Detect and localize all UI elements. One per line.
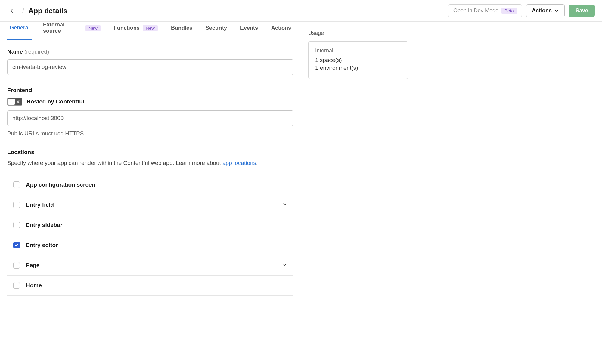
location-checkbox[interactable] [13,181,20,188]
frontend-label: Frontend [7,87,293,94]
location-checkbox[interactable] [13,222,20,228]
tab-events[interactable]: Events [238,22,260,40]
tab-security[interactable]: Security [203,22,229,40]
hosted-toggle[interactable]: ✕ [7,98,22,106]
new-badge: New [143,25,158,31]
main-column: General External source New Functions Ne… [0,22,301,364]
chevron-down-icon[interactable] [282,262,287,269]
open-dev-mode-button[interactable]: Open in Dev Mode Beta [448,4,522,17]
location-label: Home [26,282,287,289]
tab-external-source-label: External source [43,22,82,34]
new-badge: New [85,25,101,31]
app-locations-link[interactable]: app locations [222,160,256,166]
location-item: Page [7,255,293,276]
location-item: Entry editor [7,235,293,255]
tab-bundles[interactable]: Bundles [169,22,195,40]
arrow-left-icon [9,8,16,14]
dev-mode-label: Open in Dev Mode [453,8,498,14]
breadcrumb-slash: / [22,7,24,15]
beta-badge: Beta [501,8,517,14]
chevron-down-icon [554,8,559,13]
check-icon [14,243,19,247]
save-button[interactable]: Save [569,5,595,17]
usage-heading: Usage [308,30,408,36]
location-checkbox[interactable] [13,282,20,289]
locations-section: Locations Specify where your app can ren… [0,140,301,299]
header-left: / App details [7,5,67,16]
locations-desc-text: Specify where your app can render within… [7,160,222,166]
location-label: App configuration screen [26,181,287,188]
locations-label: Locations [7,149,293,156]
frontend-url-input[interactable] [7,110,293,126]
location-label: Entry sidebar [26,222,287,228]
locations-description: Specify where your app can render within… [7,160,293,166]
locations-desc-period: . [256,160,258,166]
header-right: Open in Dev Mode Beta Actions Save [448,4,595,17]
header-bar: / App details Open in Dev Mode Beta Acti… [0,0,602,22]
usage-card: Internal 1 space(s) 1 environment(s) [308,41,408,79]
location-label: Entry editor [26,242,287,248]
sidebar: Usage Internal 1 space(s) 1 environment(… [301,22,415,364]
location-checkbox[interactable] [13,262,20,269]
usage-internal-label: Internal [315,48,401,54]
location-checkbox[interactable] [13,202,20,208]
name-label-text: Name [7,48,23,55]
location-item: Home [7,276,293,296]
close-icon: ✕ [16,99,20,104]
usage-spaces-line: 1 space(s) [315,57,401,63]
locations-list: App configuration screenEntry fieldEntry… [7,175,293,296]
page-title: App details [28,7,67,15]
location-label: Entry field [26,202,276,208]
location-checkbox[interactable] [13,242,20,248]
tab-external-source[interactable]: External source New [41,22,103,40]
toggle-handle [8,99,15,105]
location-label: Page [26,262,276,269]
back-button[interactable] [7,5,18,16]
location-item: Entry sidebar [7,215,293,235]
name-label: Name (required) [7,48,293,55]
location-item: Entry field [7,195,293,215]
actions-dropdown-button[interactable]: Actions [526,4,565,17]
tab-actions[interactable]: Actions [269,22,293,40]
tab-functions-label: Functions [114,25,140,31]
frontend-section: Frontend ✕ Hosted by Contentful Public U… [0,79,301,140]
tab-general[interactable]: General [7,22,32,40]
chevron-down-icon[interactable] [282,202,287,208]
usage-environments-line: 1 environment(s) [315,65,401,71]
name-required-hint: (required) [24,48,49,55]
location-item: App configuration screen [7,175,293,195]
content-area: General External source New Functions Ne… [0,22,602,364]
name-section: Name (required) [0,40,301,79]
tab-functions[interactable]: Functions New [111,22,160,40]
tabs-bar: General External source New Functions Ne… [0,22,301,40]
url-helper-text: Public URLs must use HTTPS. [7,130,293,137]
name-input[interactable] [7,59,293,75]
actions-label: Actions [532,8,552,14]
hosted-label: Hosted by Contentful [26,98,84,105]
hosted-row: ✕ Hosted by Contentful [7,98,293,106]
